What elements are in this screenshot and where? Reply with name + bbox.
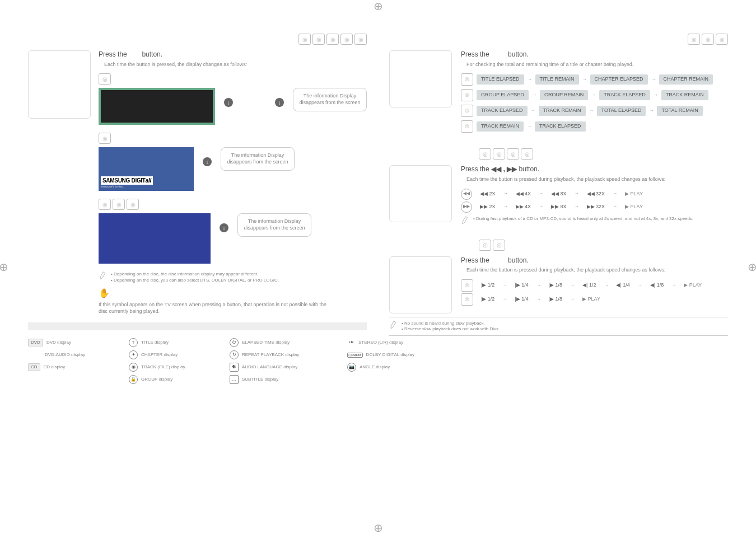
arrow-down-icon: ↓ xyxy=(224,98,233,107)
remain-row-3: ◎ TRACK ELAPSED→ TRACK REMAIN→ TOTAL ELA… xyxy=(461,105,728,117)
speed-value: |▶ 1/2 xyxy=(481,296,494,303)
dvd-osd-screenshot xyxy=(99,88,215,125)
legend-label: CD display xyxy=(44,364,66,370)
forward-icon: ▶▶ xyxy=(461,202,472,213)
speed-value: ◀| 1/8 xyxy=(650,282,664,289)
speed-value: |▶ 1/8 xyxy=(549,282,562,289)
disc-icon: ◎ xyxy=(312,34,325,45)
note-text: • No sound is heard during slow playback… xyxy=(402,321,500,326)
disc-icon: ◎ xyxy=(493,240,505,251)
arrow-down-icon: ↓ xyxy=(220,223,228,232)
dvd-osd-row: ↓ ↓ The information Display disappears f… xyxy=(99,88,367,125)
divx-osd-row: SAMSUNG DIGITall everyone's invited. ↓ T… xyxy=(99,147,367,191)
info-bubble: The information Display disappears from … xyxy=(221,147,295,170)
disc-icon: ◎ xyxy=(113,199,125,210)
slow-row-1: ◎ |▶ 1/2→ |▶ 1/4→ |▶ 1/8→ ◀| 1/2→ ◀| 1/4… xyxy=(461,279,728,292)
crop-mark-icon: ⊕ xyxy=(0,260,8,274)
remote-diagram-image xyxy=(389,50,452,107)
disc-icon: ◎ xyxy=(479,240,491,251)
remain-row-2: ◎ GROUP ELAPSED→ GROUP REMAIN→ TRACK ELA… xyxy=(461,89,728,101)
divider xyxy=(389,317,728,317)
button-text: button. xyxy=(519,165,539,173)
remote-diagram-image xyxy=(389,165,452,222)
remote-diagram-image xyxy=(389,256,452,313)
disc-icon: ◎ xyxy=(493,148,505,160)
rewind-icon: ◀◀ xyxy=(461,189,472,200)
play-label: ▶ PLAY xyxy=(625,191,643,198)
status-pill: TRACK REMAIN xyxy=(539,106,586,116)
speed-value: ◀| 1/2 xyxy=(582,282,596,289)
button-text: button. xyxy=(508,256,529,264)
press-text: Press the xyxy=(461,50,489,58)
speed-value: |▶ 1/2 xyxy=(481,282,494,289)
legend-label: REPEAT PLAYBACK display xyxy=(242,352,299,358)
note-pencil-icon xyxy=(388,320,398,329)
status-pill: TRACK ELAPSED xyxy=(477,106,528,116)
speed-value: ◀| 1/4 xyxy=(616,282,629,289)
disc-icon: ◎ xyxy=(688,34,700,45)
note-text: • Reverse slow playback does not work wi… xyxy=(402,326,500,332)
legend-label: CHAPTER display xyxy=(141,352,178,358)
press-text: Press the xyxy=(461,256,489,264)
clock-icon: ⏱ xyxy=(230,338,239,347)
speed-value: ▶▶ 32X xyxy=(587,204,605,210)
status-pill: TITLE ELAPSED xyxy=(477,74,524,85)
slow-row-2: ◎ |▶ 1/2→ |▶ 1/4→ |▶ 1/8→ ▶ PLAY xyxy=(461,293,728,306)
disc-icon: ◎ xyxy=(461,279,473,292)
fast-ff-row: ▶▶ ▶▶ 2X→ ▶▶ 4X→ ▶▶ 8X→ ▶▶ 32X→ ▶ PLAY xyxy=(461,202,728,213)
play-label: ▶ PLAY xyxy=(625,204,643,210)
play-label: ▶ PLAY xyxy=(684,282,702,289)
play-label: ▶ PLAY xyxy=(582,296,600,303)
remote-diagram-image xyxy=(28,50,91,119)
disc-icon: ◎ xyxy=(507,148,519,160)
press-the-line: Press the button. xyxy=(99,50,367,59)
note-line: • Depending on the disc, you can also se… xyxy=(111,278,279,283)
speed-value: ◀◀ 2X xyxy=(480,191,496,198)
status-pill: TRACK REMAIN xyxy=(477,121,524,132)
crop-mark-icon: ⊕ xyxy=(748,260,756,274)
sub-line: Each time the button is pressed during p… xyxy=(466,267,728,274)
note-box: • Depending on the disc, the disc inform… xyxy=(99,271,367,283)
legend-label: DVD-AUDIO display xyxy=(45,352,85,358)
status-pill: TOTAL REMAIN xyxy=(657,106,702,116)
dvd-tag: DVD xyxy=(28,339,43,346)
disc-icon: ◎ xyxy=(99,73,111,85)
sub-line: Each time the button is pressed during p… xyxy=(466,176,728,183)
speed-value: |▶ 1/4 xyxy=(515,282,528,289)
note-pencil-icon xyxy=(97,271,107,280)
repeat-icon: ↻ xyxy=(230,350,239,359)
remain-row-4: ◎ TRACK REMAIN→ TRACK ELAPSED xyxy=(461,120,728,133)
dolby-icon: ▯▯ DOLBY xyxy=(347,353,363,358)
legend-label: ELAPSED TIME display xyxy=(242,340,290,345)
legend-label: AUDIO LANGUAGE display xyxy=(242,364,297,370)
note-line: • Depending on the disc, the disc inform… xyxy=(111,271,279,277)
press-text: Press the xyxy=(99,50,127,58)
disc-icon: ◎ xyxy=(340,34,353,45)
button-text: button. xyxy=(142,50,162,58)
speed-value: ▶▶ 4X xyxy=(516,204,531,210)
sub-line: For checking the total and remaining tim… xyxy=(466,62,728,68)
hand-stop-icon: ✋ xyxy=(99,288,367,299)
disc-icon: ◎ xyxy=(461,293,473,306)
disc-icon: ◎ xyxy=(461,120,473,133)
button-text: button. xyxy=(508,50,529,58)
stereo-lr-icon: LR xyxy=(347,339,355,346)
remain-row-1: ◎ TITLE ELAPSED→ TITLE REMAIN→ CHAPTER E… xyxy=(461,73,728,86)
speed-value: ▶▶ 8X xyxy=(551,204,567,210)
note-pencil-icon xyxy=(460,215,469,224)
status-pill: TRACK ELAPSED xyxy=(535,121,586,132)
press-the-line: Press the button. xyxy=(461,50,728,59)
legend-label: SUBTITLE display xyxy=(242,377,278,382)
status-pill: CHAPTER REMAIN xyxy=(659,74,713,85)
crop-mark-icon: ⊕ xyxy=(374,0,383,13)
status-pill: GROUP ELAPSED xyxy=(477,90,529,100)
cd-tag: CD xyxy=(28,363,40,371)
legend-header-strip xyxy=(28,322,367,330)
speed-value: ◀◀ 8X xyxy=(551,191,567,198)
disc-icon: ◎ xyxy=(461,105,473,117)
samsung-logo: SAMSUNG DIGITall xyxy=(101,176,153,185)
legend-label: ANGLE display xyxy=(360,364,390,370)
chapter-icon: ✦ xyxy=(129,350,138,359)
status-pill: TOTAL ELAPSED xyxy=(597,106,646,116)
audio-lang-icon: 🗣 xyxy=(230,363,239,372)
